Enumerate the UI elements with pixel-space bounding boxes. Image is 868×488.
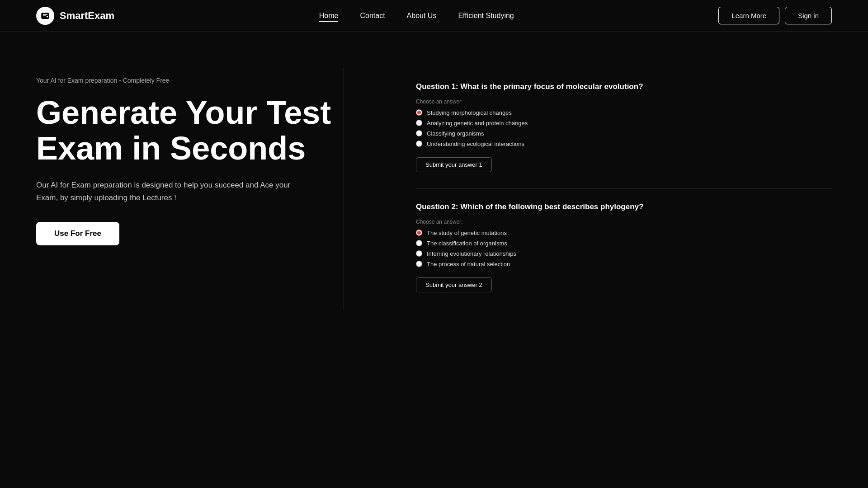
hero-title-line2: Exam in Seconds <box>36 130 306 166</box>
nav-links: Home Contact About Us Efficient Studying <box>319 12 514 20</box>
hero-right: Question 1: What is the primary focus of… <box>380 77 832 309</box>
q1-radio-2[interactable] <box>416 120 422 126</box>
sign-in-button[interactable]: Sign in <box>785 7 832 24</box>
question-2-block: Question 2: Which of the following best … <box>416 202 832 292</box>
use-for-free-button[interactable]: Use For Free <box>36 222 119 245</box>
question-1-block: Question 1: What is the primary focus of… <box>416 81 832 172</box>
navbar: SmartExam Home Contact About Us Efficien… <box>0 0 868 32</box>
q2-radio-2[interactable] <box>416 240 422 246</box>
question-2-choose-label: Choose an answer: <box>416 219 832 225</box>
q1-option-2[interactable]: Analyzing genetic and protein changes <box>416 120 832 127</box>
hero-divider <box>344 68 344 309</box>
question-2-title: Question 2: Which of the following best … <box>416 202 832 212</box>
hero-left: Your AI for Exam preparation - Completel… <box>36 77 380 245</box>
hero-section: Your AI for Exam preparation - Completel… <box>0 32 868 336</box>
q2-radio-3[interactable] <box>416 250 422 257</box>
q2-option-2[interactable]: The classification of organisms <box>416 240 832 247</box>
nav-contact[interactable]: Contact <box>360 12 385 20</box>
q1-label-1[interactable]: Studying morphological changes <box>427 109 512 116</box>
question-1-title: Question 1: What is the primary focus of… <box>416 81 832 92</box>
q1-label-2[interactable]: Analyzing genetic and protein changes <box>427 120 528 127</box>
question-separator <box>416 188 832 189</box>
submit-answer-2-button[interactable]: Submit your answer 2 <box>416 277 492 292</box>
q1-option-4[interactable]: Understanding ecological interactions <box>416 141 832 147</box>
hero-description: Our AI for Exam preparation is designed … <box>36 179 298 203</box>
q2-option-1[interactable]: The study of genetic mutations <box>416 230 832 236</box>
q1-radio-4[interactable] <box>416 141 422 147</box>
nav-efficient-studying[interactable]: Efficient Studying <box>458 12 514 20</box>
q1-option-3[interactable]: Classifying organisms <box>416 130 832 137</box>
q2-option-4[interactable]: The process of natural selection <box>416 261 832 267</box>
q2-option-3[interactable]: Inferring evolutionary relationships <box>416 250 832 257</box>
logo-text: SmartExam <box>60 10 114 22</box>
hero-title-line1: Generate Your Test <box>36 94 331 131</box>
q2-label-1[interactable]: The study of genetic mutations <box>427 230 507 236</box>
q2-radio-1[interactable] <box>416 230 422 236</box>
logo-icon <box>36 7 54 25</box>
question-1-choose-label: Choose an answer: <box>416 99 832 105</box>
q1-option-1[interactable]: Studying morphological changes <box>416 109 832 116</box>
q2-label-2[interactable]: The classification of organisms <box>427 240 507 247</box>
q2-radio-4[interactable] <box>416 261 422 267</box>
svg-point-1 <box>47 16 48 18</box>
q1-radio-1[interactable] <box>416 109 422 116</box>
logo[interactable]: SmartExam <box>36 7 114 25</box>
q2-label-4[interactable]: The process of natural selection <box>427 261 510 267</box>
hero-tagline: Your AI for Exam preparation - Completel… <box>36 77 353 84</box>
hero-title: Generate Your Test Exam in Seconds <box>36 95 353 166</box>
nav-about[interactable]: About Us <box>407 12 437 20</box>
q1-label-3[interactable]: Classifying organisms <box>427 130 484 137</box>
learn-more-button[interactable]: Learn More <box>718 7 779 24</box>
q2-label-3[interactable]: Inferring evolutionary relationships <box>427 250 516 257</box>
q1-radio-3[interactable] <box>416 130 422 136</box>
submit-answer-1-button[interactable]: Submit your answer 1 <box>416 157 492 172</box>
q1-label-4[interactable]: Understanding ecological interactions <box>427 141 524 147</box>
nav-home[interactable]: Home <box>319 12 339 20</box>
nav-buttons: Learn More Sign in <box>718 7 832 24</box>
